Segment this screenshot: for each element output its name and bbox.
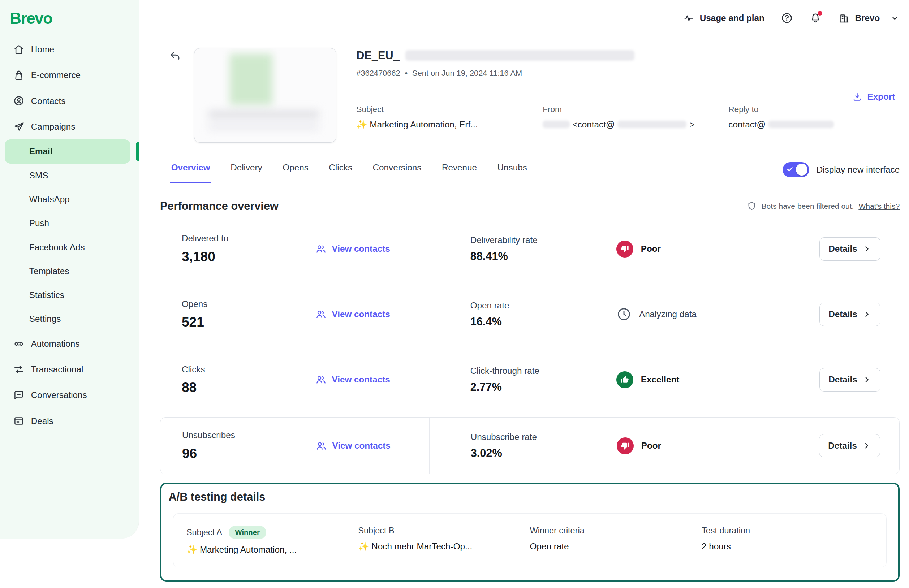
- sidebar-item-transactional[interactable]: Transactional: [5, 357, 130, 383]
- tab-conversions[interactable]: Conversions: [371, 163, 422, 183]
- sidebar-item-ecommerce[interactable]: E-commerce: [5, 63, 130, 88]
- sidebar-item-push[interactable]: Push: [5, 211, 130, 235]
- people-icon: [315, 440, 327, 451]
- sidebar-item-contacts[interactable]: Contacts: [5, 88, 130, 114]
- sidebar-item-sms[interactable]: SMS: [5, 164, 130, 187]
- from-label: From: [543, 105, 728, 114]
- question-circle-icon: [781, 12, 793, 24]
- campaign-header: DE_EU_ #362470662 • Sent on Jun 19, 2024…: [160, 48, 899, 143]
- campaign-sent-date: Sent on Jun 19, 2024 11:16 AM: [412, 69, 522, 78]
- reply-to-label: Reply to: [728, 105, 834, 114]
- sidebar-item-label: Statistics: [29, 290, 64, 300]
- status-cell: Poor: [616, 241, 819, 257]
- performance-title: Performance overview: [160, 200, 278, 213]
- chevron-down-icon: [890, 13, 899, 23]
- view-contacts-label: View contacts: [332, 244, 390, 254]
- performance-rows: Delivered to 3,180 View contacts Deliver…: [160, 216, 899, 475]
- subject-a-block: Subject A Winner ✨ Marketing Automation,…: [186, 526, 358, 555]
- status-label: Poor: [641, 244, 661, 254]
- sidebar-item-label: Push: [29, 218, 49, 228]
- test-duration-value: 2 hours: [702, 541, 873, 551]
- email-preview-blur: [194, 48, 336, 142]
- tab-delivery[interactable]: Delivery: [230, 163, 264, 183]
- subject-b-block: Subject B ✨ Noch mehr MarTech-Op...: [358, 526, 530, 555]
- details-button[interactable]: Details: [819, 434, 880, 458]
- chevron-right-icon: [862, 244, 871, 253]
- usage-and-plan-button[interactable]: Usage and plan: [683, 13, 765, 24]
- account-name: Brevo: [855, 13, 880, 23]
- toggle-knob: [796, 164, 807, 175]
- sidebar-item-label: Contacts: [31, 96, 66, 106]
- details-button[interactable]: Details: [819, 237, 880, 261]
- automations-icon: [13, 338, 24, 350]
- test-duration-block: Test duration 2 hours: [702, 526, 873, 555]
- account-menu[interactable]: Brevo: [838, 12, 900, 24]
- sidebar-item-automations[interactable]: Automations: [5, 331, 130, 357]
- tab-opens[interactable]: Opens: [281, 163, 310, 183]
- details-button[interactable]: Details: [819, 368, 880, 391]
- people-icon: [315, 374, 327, 385]
- sidebar-item-statistics[interactable]: Statistics: [5, 283, 130, 307]
- status-cell: Analyzing data: [616, 307, 819, 322]
- tab-unsubs[interactable]: Unsubs: [496, 163, 528, 183]
- sidebar-item-campaigns[interactable]: Campaigns: [5, 114, 130, 139]
- view-contacts-link[interactable]: View contacts: [315, 374, 390, 385]
- email-preview-thumbnail[interactable]: [194, 48, 337, 143]
- deals-icon: [13, 415, 24, 426]
- redacted-from-domain: [618, 121, 687, 128]
- view-contacts-link[interactable]: View contacts: [315, 309, 390, 320]
- metric-label: Delivered to: [182, 233, 315, 244]
- campaign-id: #362470662: [356, 69, 400, 78]
- whats-this-link[interactable]: What's this?: [859, 202, 899, 210]
- subject-b-label: Subject B: [358, 526, 394, 536]
- bots-note-text: Bots have been filtered out.: [762, 202, 854, 210]
- notifications-button[interactable]: [809, 12, 822, 24]
- people-icon: [315, 243, 327, 255]
- view-contacts-link[interactable]: View contacts: [315, 440, 391, 451]
- sidebar-item-settings[interactable]: Settings: [5, 307, 130, 331]
- sidebar-item-label: WhatsApp: [29, 194, 70, 204]
- rate-value: 88.41%: [471, 250, 616, 263]
- chevron-right-icon: [862, 441, 871, 450]
- display-new-interface-toggle[interactable]: [783, 162, 809, 177]
- active-indicator: [136, 142, 139, 161]
- metric-value: 96: [182, 446, 315, 461]
- view-contacts-link[interactable]: View contacts: [315, 243, 390, 255]
- export-button[interactable]: Export: [852, 51, 895, 142]
- subject-block: Subject ✨ Marketing Automation, Erf...: [356, 105, 543, 130]
- sidebar-item-templates[interactable]: Templates: [5, 259, 130, 283]
- from-value: <contact@ >: [543, 120, 728, 130]
- tab-revenue[interactable]: Revenue: [441, 163, 478, 183]
- reply-to-email-prefix: contact@: [728, 120, 765, 130]
- sidebar-item-email[interactable]: Email: [5, 139, 130, 163]
- sidebar-item-facebook-ads[interactable]: Facebook Ads: [5, 235, 130, 259]
- redacted-reply-domain: [768, 121, 834, 128]
- tab-overview[interactable]: Overview: [170, 163, 211, 183]
- subject-label: Subject: [356, 105, 543, 114]
- sidebar: Brevo Home E-commerce Contacts Campaigns…: [0, 0, 139, 588]
- metric-label: Clicks: [182, 364, 315, 375]
- campaigns-icon: [13, 121, 24, 132]
- people-icon: [315, 309, 327, 320]
- metric-label: Opens: [182, 299, 315, 309]
- sidebar-item-label: Transactional: [31, 364, 84, 375]
- help-button[interactable]: [781, 12, 793, 24]
- status-label: Analyzing data: [639, 309, 697, 319]
- sidebar-item-label: SMS: [29, 170, 49, 181]
- back-button[interactable]: [168, 50, 181, 143]
- metric-value: 3,180: [182, 249, 315, 264]
- tab-clicks[interactable]: Clicks: [328, 163, 353, 183]
- sidebar-item-whatsapp[interactable]: WhatsApp: [5, 187, 130, 211]
- shopping-bag-icon: [13, 69, 24, 81]
- ab-testing-card: Subject A Winner ✨ Marketing Automation,…: [173, 513, 886, 567]
- campaign-info: DE_EU_ #362470662 • Sent on Jun 19, 2024…: [356, 48, 845, 143]
- sidebar-item-home[interactable]: Home: [5, 37, 130, 63]
- redacted-title: [405, 50, 634, 61]
- check-icon: [786, 165, 794, 173]
- sidebar-item-conversations[interactable]: Conversations: [5, 383, 130, 408]
- details-button[interactable]: Details: [819, 303, 880, 326]
- sidebar-item-label: Conversations: [31, 390, 87, 400]
- export-label: Export: [867, 92, 895, 102]
- sidebar-item-deals[interactable]: Deals: [5, 408, 130, 434]
- metric-row-delivered: Delivered to 3,180 View contacts Deliver…: [160, 216, 899, 282]
